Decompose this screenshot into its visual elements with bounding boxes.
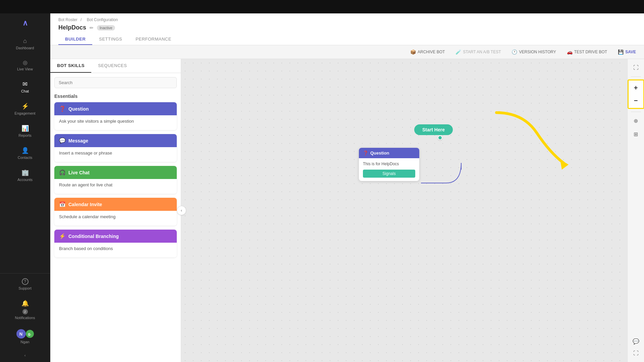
ab-test-button[interactable]: 🧪 START AN A/B TEST (453, 48, 503, 56)
zoom-out-icon: − (634, 97, 638, 105)
panel-tab-sequences[interactable]: SEQUENCES (91, 59, 133, 73)
chat-bubble-button[interactable]: 💬 (630, 335, 642, 347)
skill-card-calendar-invite[interactable]: 📅 Calendar Invite Schedule a calendar me… (54, 198, 177, 226)
chat-bubble-icon: 💬 (633, 338, 639, 345)
fullscreen-top-button[interactable]: ⛶ (630, 62, 642, 74)
breadcrumb-separator: / (80, 17, 82, 22)
avatar: N (16, 329, 26, 339)
live-chat-card-icon: 🎧 (59, 169, 66, 176)
status-badge: Inactive (97, 25, 115, 31)
skill-header-conditional: ⚡ Conditional Branching (54, 230, 177, 243)
bot-title: HelpDocs (58, 24, 86, 31)
skill-body-message: Insert a message or phrase (54, 147, 177, 162)
save-button[interactable]: 💾 SAVE (615, 48, 639, 56)
svg-marker-1 (560, 160, 569, 170)
grid-button[interactable]: ⊞ (630, 128, 642, 140)
question-node-button[interactable]: Signals (363, 170, 415, 178)
skill-card-message[interactable]: 💬 Message Insert a message or phrase (54, 134, 177, 162)
bot-title-row: HelpDocs ✏ Inactive (58, 24, 636, 31)
accounts-icon: 🏢 (21, 169, 29, 176)
tab-builder[interactable]: BUILDER (58, 34, 92, 45)
zoom-controls-highlighted: + − (628, 79, 644, 109)
tab-performance[interactable]: PERFORMANCE (129, 34, 178, 45)
controls-divider-2 (631, 112, 641, 112)
conditional-card-icon: ⚡ (59, 233, 66, 239)
question-node-body: This is for HelpDocs (359, 158, 419, 170)
fullscreen-bottom-button[interactable]: ⛶ (630, 347, 642, 359)
controls-bottom: 💬 ⛶ (630, 335, 642, 359)
connection-lines (181, 59, 644, 362)
skill-title-question: Question (68, 106, 89, 112)
right-controls-panel: ⛶ + − ⊕ (627, 59, 644, 362)
skill-title-live-chat: Live Chat (68, 170, 90, 175)
sidebar-item-user[interactable]: N g. Ngan (0, 324, 50, 349)
sidebar-collapse-btn[interactable]: ‹ (0, 349, 50, 362)
ab-test-icon: 🧪 (455, 49, 461, 55)
header-tab-bar: BUILDER SETTINGS PERFORMANCE (58, 34, 636, 45)
archive-bot-button[interactable]: 📦 ARCHIVE BOT (408, 48, 447, 56)
calendar-card-icon: 📅 (59, 201, 66, 207)
sidebar-item-accounts[interactable]: 🏢 Accounts (0, 164, 50, 186)
breadcrumb-current: Bot Configuration (87, 17, 118, 22)
sidebar-item-support[interactable]: ? Support (0, 274, 50, 295)
archive-icon: 📦 (410, 49, 416, 55)
sidebar-item-live-view[interactable]: ◎ Live View (0, 55, 50, 76)
page-header: Bot Roster / Bot Configuration HelpDocs … (50, 13, 644, 45)
section-title: Essentials (54, 94, 177, 99)
user-avatar-wrap: N g. (16, 329, 34, 339)
builder-area: BOT SKILLS SEQUENCES Essentials ❓ Questi… (50, 59, 644, 362)
skill-body-conditional: Branch based on conditions (54, 243, 177, 257)
version-history-icon: 🕐 (512, 49, 517, 55)
top-bar (0, 0, 644, 13)
chat-icon: ✉ (22, 80, 28, 88)
logo[interactable]: ∧ (0, 13, 50, 33)
notifications-icon: 🔔 (21, 300, 29, 307)
canvas-area[interactable]: Start Here ❓ Question This is for HelpDo… (181, 59, 644, 362)
panel-body: Essentials ❓ Question Ask your site visi… (50, 73, 181, 362)
message-card-icon: 💬 (59, 137, 66, 144)
grid-icon: ⊞ (634, 131, 638, 137)
arrow-annotation (483, 106, 577, 181)
question-node[interactable]: ❓ Question This is for HelpDocs Signals (359, 148, 419, 181)
skill-header-question: ❓ Question (54, 102, 177, 115)
start-node[interactable]: Start Here (414, 124, 453, 135)
contacts-icon: 👤 (21, 147, 29, 154)
tab-settings[interactable]: SETTINGS (92, 34, 129, 45)
edit-icon[interactable]: ✏ (90, 25, 94, 31)
breadcrumb: Bot Roster / Bot Configuration (58, 17, 636, 22)
sidebar-item-engagement[interactable]: ⚡ Engagement (0, 98, 50, 120)
dashboard-icon: ⌂ (23, 38, 27, 45)
search-input[interactable] (54, 77, 177, 88)
annotation-arrow-svg (483, 106, 577, 180)
zoom-in-button[interactable]: + (630, 82, 642, 94)
fullscreen-top-icon: ⛶ (633, 65, 639, 71)
skill-card-question[interactable]: ❓ Question Ask your site visitors a simp… (54, 102, 177, 130)
sidebar-item-contacts[interactable]: 👤 Contacts (0, 142, 50, 164)
save-icon: 💾 (618, 49, 624, 55)
zoom-out-button[interactable]: − (630, 95, 642, 107)
question-node-icon: ❓ (363, 150, 368, 156)
skill-body-calendar: Schedule a calendar meeting (54, 211, 177, 226)
skill-body-question: Ask your site visitors a simple question (54, 115, 177, 130)
sidebar-item-reports[interactable]: 📊 Reports (0, 120, 50, 142)
fullscreen-bottom-icon: ⛶ (633, 350, 639, 356)
skill-title-calendar: Calendar Invite (68, 202, 102, 207)
panel-tab-bot-skills[interactable]: BOT SKILLS (50, 59, 91, 73)
test-drive-button[interactable]: 🚗 TEST DRIVE BOT (564, 48, 610, 56)
sidebar-item-notifications[interactable]: 🔔 2 Notifications (0, 295, 50, 324)
version-history-button[interactable]: 🕐 VERSION HISTORY (509, 48, 558, 56)
panel-collapse-button[interactable]: ‹ (177, 206, 186, 215)
panel-tab-bar: BOT SKILLS SEQUENCES (50, 59, 181, 73)
skill-card-conditional[interactable]: ⚡ Conditional Branching Branch based on … (54, 230, 177, 257)
collapse-icon: ‹ (24, 353, 26, 357)
sidebar-item-chat[interactable]: ✉ Chat (0, 76, 50, 98)
skill-header-message: 💬 Message (54, 134, 177, 147)
support-icon: ? (22, 278, 29, 285)
skill-card-live-chat[interactable]: 🎧 Live Chat Route an agent for live chat (54, 166, 177, 194)
sidebar-item-dashboard[interactable]: ⌂ Dashboard (0, 33, 50, 55)
controls-divider-1 (631, 76, 641, 77)
breadcrumb-parent[interactable]: Bot Roster (58, 17, 77, 22)
test-drive-icon: 🚗 (567, 49, 573, 55)
center-icon: ⊕ (634, 118, 638, 124)
center-button[interactable]: ⊕ (630, 115, 642, 127)
